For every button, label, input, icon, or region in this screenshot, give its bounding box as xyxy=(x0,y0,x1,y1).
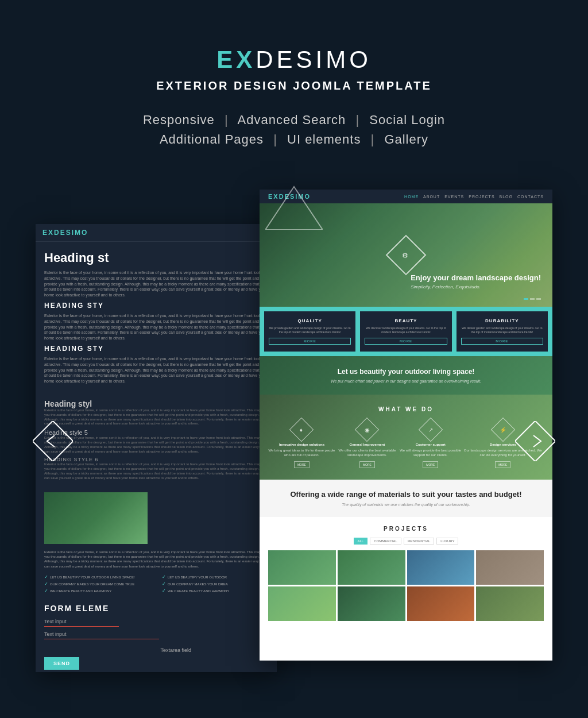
header-section: EXDESIMO EXTERIOR DESIGN JOOMLA TEMPLATE… xyxy=(0,0,588,169)
green-cta-title: Let us beautify your outdoor living spac… xyxy=(271,368,541,376)
service-1-desc: We bring great ideas to life for those p… xyxy=(268,449,335,458)
what-we-do-title: WHAT WE DO xyxy=(268,406,544,412)
form-section: FORM ELEME Text input Text input Textare… xyxy=(36,598,277,672)
nav-events[interactable]: EVENTS xyxy=(444,195,464,199)
panel-left-logo: EXDESIMO xyxy=(42,229,88,237)
offer-section: Offering a wide range of materials to su… xyxy=(260,480,552,518)
project-thumb-7 xyxy=(407,586,475,621)
feature-additional-pages: Additional Pages xyxy=(160,132,264,146)
filter-commercial[interactable]: COMMERCIAL xyxy=(370,538,401,545)
submit-button[interactable]: SEND xyxy=(44,657,79,670)
svg-marker-0 xyxy=(265,187,323,230)
feature-beauty-desc: We discover landscape design of your dre… xyxy=(365,326,447,334)
heading-content: Heading st Exterior is the face of your … xyxy=(36,242,277,396)
feature-advanced-search: Advanced Search xyxy=(238,113,346,127)
filter-all[interactable]: ALL xyxy=(354,538,368,545)
checklist-item-2: OUR COMPANY MAKES YOUR DREAM COME TRUE xyxy=(44,581,150,586)
body-text-after-image: Exterior is the face of your home, in so… xyxy=(44,550,268,569)
heading-style-h6: HEADING STYLE 6 Exterior is the face of … xyxy=(44,457,268,480)
service-1-more[interactable]: MORE xyxy=(294,461,310,468)
preview-container: EXDESIMO Heading st Exterior is the face… xyxy=(36,190,552,695)
project-thumb-8 xyxy=(476,586,544,621)
main-logo: EXDESIMO xyxy=(0,46,588,74)
heading-style-h5: Heading style 5 Exterior is the face of … xyxy=(44,429,268,454)
service-4-more[interactable]: MORE xyxy=(495,461,510,468)
service-2-title: General Improvement xyxy=(335,443,399,446)
logo-desimo: DESIMO xyxy=(256,46,372,73)
offer-subtitle: The quality of materials we use matches … xyxy=(271,503,541,507)
project-thumb-5 xyxy=(268,586,336,621)
feature-box-quality: QUALITY We provide garden and landscape … xyxy=(264,311,355,352)
nav-contacts[interactable]: CONTACTS xyxy=(517,195,544,199)
feature-social-login: Social Login xyxy=(369,113,445,127)
project-thumb-3 xyxy=(407,550,475,585)
textarea-label: Textarea field xyxy=(161,647,192,653)
nav-about[interactable]: ABOUT xyxy=(423,195,440,199)
form-field-1: Text input xyxy=(44,619,268,627)
nav-projects[interactable]: PROJECTS xyxy=(469,195,494,199)
svg-rect-1 xyxy=(33,421,73,461)
green-cta-section: Let us beautify your outdoor living spac… xyxy=(260,356,552,395)
site-nav: HOME ABOUT EVENTS PROJECTS BLOG CONTACTS xyxy=(404,195,544,199)
feature-gallery: Gallery xyxy=(384,132,428,146)
project-grid xyxy=(268,550,544,621)
heading-h3-1: HEADING STY xyxy=(44,302,268,310)
service-4-icon: ⚡ xyxy=(491,418,515,442)
top-chevron xyxy=(265,184,323,232)
checklist-col-2: LET US BEAUTIFY YOUR OUTDOOR OUR COMPANY… xyxy=(162,574,268,595)
next-arrow[interactable] xyxy=(515,421,555,464)
service-3-title: Customer support xyxy=(399,443,462,446)
filter-residential[interactable]: RESIDENTIAL xyxy=(404,538,434,545)
svg-rect-2 xyxy=(515,421,555,461)
feature-responsive: Responsive xyxy=(143,113,215,127)
checklist-item-3: WE CREATE BEAUTY AND HARMONY xyxy=(44,588,150,593)
nav-blog[interactable]: BLOG xyxy=(500,195,513,199)
services-row: ♦ Innovative design solutions We bring g… xyxy=(268,421,544,468)
form-field-textarea-col: Textarea field xyxy=(161,644,269,654)
service-2-desc: We offer our clients the best available … xyxy=(335,449,399,458)
feature-box-beauty: BEAUTY We discover landscape design of y… xyxy=(360,311,451,352)
heading-body-2: Exterior is the face of your home, in so… xyxy=(44,313,268,341)
dot-2 xyxy=(536,298,541,300)
checklist-col-1: LET US BEAUTIFY YOUR OUTDOOR LIVING SPAC… xyxy=(44,574,150,595)
form-field-3-col xyxy=(44,644,152,654)
feature-quality-title: QUALITY xyxy=(269,318,351,323)
feature-durability-more[interactable]: MORE xyxy=(461,338,543,345)
main-subtitle: EXTERIOR DESIGN JOOMLA TEMPLATE xyxy=(0,79,588,92)
field-1-label: Text input xyxy=(44,619,268,624)
heading-body-3: Exterior is the face of your home, in so… xyxy=(44,356,268,384)
offer-title: Offering a wide range of materials to su… xyxy=(271,490,541,500)
hero-dots xyxy=(524,298,541,300)
project-thumb-6 xyxy=(338,586,405,621)
logo-ex: EX xyxy=(216,46,256,73)
nav-home[interactable]: HOME xyxy=(404,195,419,199)
checklist-item-6: WE CREATE BEAUTY AND HARMONY xyxy=(162,588,268,593)
sep-2: | xyxy=(355,113,359,127)
form-bottom-row: Textarea field xyxy=(44,644,268,654)
service-1-title: Innovative design solutions xyxy=(268,443,335,446)
features-line-2: Additional Pages | UI elements | Gallery xyxy=(0,132,588,147)
checklist-item-1: LET US BEAUTIFY YOUR OUTDOOR LIVING SPAC… xyxy=(44,574,150,580)
service-1-icon: ♦ xyxy=(289,418,314,442)
filter-luxury[interactable]: LUXURY xyxy=(436,538,458,545)
heading-h3-2: HEADING STY xyxy=(44,345,268,353)
checklist-section: LET US BEAUTIFY YOUR OUTDOOR LIVING SPAC… xyxy=(36,572,277,598)
project-thumb-2 xyxy=(338,550,405,585)
feature-ui-elements: UI elements xyxy=(287,132,361,146)
project-filters: ALL COMMERCIAL RESIDENTIAL LUXURY xyxy=(268,538,544,545)
heading-h2: Heading st xyxy=(44,250,268,265)
feature-beauty-more[interactable]: MORE xyxy=(365,338,447,345)
field-2-label: Text input xyxy=(44,631,268,637)
field-2-line xyxy=(44,639,159,639)
service-general: ◉ General Improvement We offer our clien… xyxy=(335,421,399,468)
projects-title: PROJECTS xyxy=(268,526,544,532)
prev-arrow[interactable] xyxy=(33,421,73,464)
feature-boxes: QUALITY We provide garden and landscape … xyxy=(260,307,552,356)
service-2-icon: ◉ xyxy=(355,418,379,442)
feature-box-durability: DURABILITY We deliver garden and landsca… xyxy=(457,311,548,352)
service-2-more[interactable]: MORE xyxy=(359,461,375,468)
service-support: ↗ Customer support We will always provid… xyxy=(399,421,462,468)
service-3-icon: ↗ xyxy=(419,418,443,442)
service-3-more[interactable]: MORE xyxy=(423,461,438,468)
feature-quality-more[interactable]: MORE xyxy=(269,338,351,345)
